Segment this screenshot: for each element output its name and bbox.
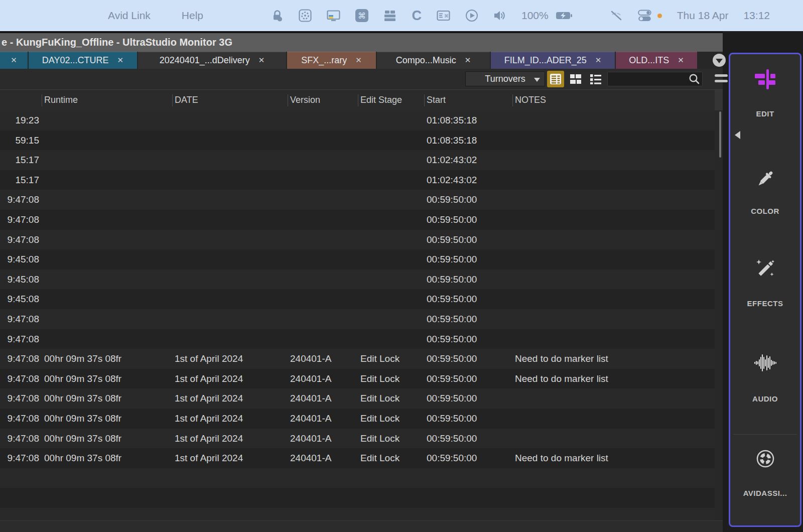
- battery-charging-icon[interactable]: [556, 11, 573, 20]
- table-row[interactable]: 9:47:0800hr 09m 37s 08fr1st of April 202…: [0, 409, 723, 429]
- tab-20240401_...dDelivery[interactable]: 20240401_...dDelivery✕: [138, 52, 286, 69]
- tab-OLD...ITS[interactable]: OLD...ITS✕: [616, 52, 697, 69]
- sidebar-item-avid-assistant[interactable]: AVIDASSI...: [730, 449, 800, 497]
- sidebar-divider: [733, 434, 797, 435]
- table-cell: [358, 170, 424, 190]
- table-cell: 00hr 09m 37s 08fr: [42, 388, 172, 409]
- table-cell: 19:23: [0, 110, 42, 130]
- table-cell: 240401-A: [288, 448, 358, 468]
- search-input[interactable]: [608, 75, 689, 84]
- table-row[interactable]: 9:47:0800:59:50:00: [0, 309, 723, 329]
- table-cell: 00:59:50:00: [424, 289, 512, 309]
- column-header-edit-stage[interactable]: Edit Stage: [358, 90, 424, 110]
- display-icon[interactable]: [327, 10, 340, 22]
- preset-dropdown[interactable]: Turnovers: [465, 72, 545, 86]
- column-header[interactable]: [0, 90, 42, 110]
- frame-view-button[interactable]: [567, 71, 584, 87]
- table-row[interactable]: 9:47:0800hr 09m 37s 08fr1st of April 202…: [0, 448, 723, 468]
- table-row[interactable]: 9:47:0800hr 09m 37s 08fr1st of April 202…: [0, 369, 723, 389]
- tab-close-icon[interactable]: ✕: [258, 56, 265, 65]
- table-cell: [288, 230, 358, 250]
- sidebar-item-color[interactable]: COLOR: [730, 169, 800, 215]
- table-cell: [512, 230, 715, 250]
- waveform-icon: [753, 353, 777, 374]
- tab-close-icon[interactable]: ✕: [595, 56, 602, 65]
- tab-close-icon[interactable]: ✕: [465, 56, 471, 65]
- column-header-version[interactable]: Version: [288, 90, 358, 110]
- menu-avid-link[interactable]: Avid Link: [108, 10, 151, 22]
- column-header-date[interactable]: DATE: [172, 90, 288, 110]
- collapse-sidebar-icon[interactable]: [735, 131, 740, 139]
- tab-Compo...Music[interactable]: Compo...Music✕: [377, 52, 490, 69]
- table-cell: 00:59:50:00: [424, 349, 512, 369]
- column-header-start[interactable]: Start: [424, 90, 512, 110]
- table-row[interactable]: 19:2301:08:35:18: [0, 110, 723, 130]
- tab-close-icon[interactable]: ✕: [678, 56, 684, 65]
- fan-icon[interactable]: [299, 9, 312, 22]
- column-header-notes[interactable]: NOTES: [512, 90, 715, 110]
- table-row[interactable]: 9:47:0800:59:50:00: [0, 329, 723, 349]
- tab-close-icon[interactable]: ✕: [355, 56, 362, 65]
- layers-icon[interactable]: [383, 9, 396, 22]
- tab-DAY02...CTURE[interactable]: DAY02...CTURE✕: [29, 52, 137, 69]
- table-cell: [288, 130, 358, 151]
- hamburger-icon: [715, 74, 728, 77]
- menubar-date[interactable]: Thu 18 Apr: [677, 10, 729, 22]
- table-cell: 9:47:08: [0, 230, 42, 250]
- column-header-runtime[interactable]: Runtime: [42, 90, 172, 110]
- table-cell: 00:59:50:00: [424, 409, 512, 429]
- table-cell: 9:47:08: [0, 329, 42, 349]
- table-row[interactable]: 9:47:0800hr 09m 37s 08fr1st of April 202…: [0, 429, 723, 449]
- wifi-off-icon[interactable]: [610, 9, 623, 22]
- menubar-time[interactable]: 13:12: [743, 10, 770, 22]
- vertical-scrollbar[interactable]: [715, 110, 723, 520]
- window-title-bar[interactable]: e - KungFuKing_Offline - UltraStudio Mon…: [0, 31, 723, 52]
- scrollbar-thumb[interactable]: [719, 111, 721, 158]
- table-row[interactable]: 9:47:0800hr 09m 37s 08fr1st of April 202…: [0, 388, 723, 409]
- text-view-button[interactable]: [547, 71, 564, 87]
- menu-help[interactable]: Help: [182, 10, 203, 22]
- table-row[interactable]: 9:47:0800:59:50:00: [0, 210, 723, 230]
- table-row[interactable]: 9:45:0800:59:50:00: [0, 249, 723, 270]
- table-row[interactable]: 9:47:0800:59:50:00: [0, 190, 723, 210]
- table-row[interactable]: 9:45:0800:59:50:00: [0, 270, 723, 290]
- tab-FILM_ID...ADER_25[interactable]: FILM_ID...ADER_25✕: [491, 52, 615, 69]
- table-row[interactable]: 9:47:0800hr 09m 37s 08fr1st of April 202…: [0, 349, 723, 369]
- c-app-icon[interactable]: C: [412, 9, 422, 23]
- shortcuts-window-icon[interactable]: ⌘: [437, 9, 450, 22]
- tab-SFX_...rary[interactable]: SFX_...rary✕: [287, 52, 376, 69]
- table-cell: [42, 150, 172, 170]
- table-cell: 240401-A: [288, 388, 358, 409]
- script-view-button[interactable]: [587, 71, 604, 87]
- command-icon[interactable]: ⌘: [355, 9, 368, 22]
- table-cell: 00:59:50:00: [424, 388, 512, 409]
- magic-wand-icon: [754, 258, 776, 282]
- edit-workspace-icon: [754, 69, 776, 91]
- play-icon[interactable]: [465, 9, 478, 22]
- table-row[interactable]: 59:1501:08:35:18: [0, 130, 723, 151]
- table-row[interactable]: 15:1701:02:43:02: [0, 170, 723, 190]
- sidebar-item-effects[interactable]: EFFECTS: [730, 258, 800, 308]
- control-center-icon[interactable]: [638, 10, 651, 22]
- tab-overflow-button[interactable]: [713, 54, 726, 67]
- search-icon[interactable]: [689, 73, 700, 85]
- sidebar-item-audio[interactable]: AUDIO: [730, 353, 800, 403]
- window-title: e - KungFuKing_Offline - UltraStudio Mon…: [2, 37, 232, 48]
- table-row[interactable]: 15:1701:02:43:02: [0, 150, 723, 170]
- lock-icon[interactable]: [271, 10, 284, 22]
- table-cell: 1st of April 2024: [172, 369, 288, 389]
- table-row[interactable]: 9:45:0800:59:50:00: [0, 289, 723, 309]
- table-row[interactable]: 9:47:0800:59:50:00: [0, 230, 723, 250]
- tab-label: Compo...Music: [396, 55, 456, 66]
- table-cell: [358, 289, 424, 309]
- table-cell: 00:59:50:00: [424, 369, 512, 389]
- bin-menu-button[interactable]: [715, 74, 728, 82]
- tab-partial[interactable]: ✕: [0, 52, 28, 69]
- sidebar-item-edit[interactable]: EDIT: [730, 69, 800, 118]
- tab-close-icon[interactable]: ✕: [117, 56, 124, 65]
- volume-icon[interactable]: [493, 9, 506, 22]
- tab-close-icon[interactable]: ✕: [11, 56, 17, 65]
- table-cell: [42, 210, 172, 230]
- preset-dropdown-label: Turnovers: [485, 74, 525, 84]
- table-cell: 1st of April 2024: [172, 388, 288, 409]
